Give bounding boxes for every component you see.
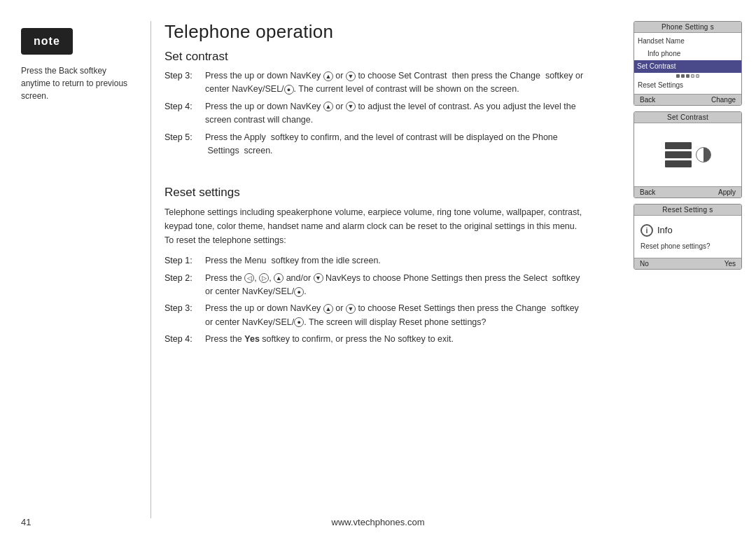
- step-4-content: Press the up or down NavKey ▲ or ▼ to ad…: [205, 100, 588, 127]
- right-panel: Phone Setting s Handset Name Info phone …: [634, 21, 742, 270]
- contrast-bars: [665, 142, 692, 167]
- dot-3: [686, 74, 690, 78]
- contrast-visual: [665, 142, 711, 167]
- navkey-right: ▷: [259, 273, 269, 283]
- screen2-back-button[interactable]: Back: [640, 188, 655, 196]
- step-5-content: Press the Apply softkey to confirm, and …: [205, 131, 588, 158]
- screen3-body: i Info Reset phone settings?: [634, 216, 741, 258]
- step-3-contrast: Step 3: Press the up or down NavKey ▲ or…: [164, 69, 588, 97]
- screen2-header: Set Contrast: [634, 112, 741, 123]
- dot-4: [691, 74, 694, 78]
- screen1-change-button[interactable]: Change: [711, 96, 736, 104]
- screen1-header: Phone Setting s: [634, 22, 741, 33]
- navkey-up: ▲: [323, 71, 333, 81]
- navkey-up-2: ▲: [323, 102, 333, 111]
- reset-step-1-label: Step 1:: [164, 254, 205, 268]
- navkey-sel: ●: [284, 85, 294, 95]
- screen3-footer: No Yes: [634, 258, 741, 269]
- info-row: i Info: [638, 220, 738, 241]
- dot-1: [676, 74, 680, 78]
- reset-step-1: Step 1: Press the Menu softkey from the …: [164, 254, 588, 268]
- navkey-down-3: ▼: [314, 273, 323, 283]
- settings-item-reset: Reset Settings: [638, 79, 738, 92]
- reset-step-4: Step 4: Press the Yes softkey to confirm…: [164, 333, 588, 346]
- reset-step-4-label: Step 4:: [164, 333, 205, 346]
- note-badge: note: [21, 28, 73, 55]
- phone-screen-settings: Phone Setting s Handset Name Info phone …: [634, 21, 742, 106]
- navkey-down-2: ▼: [346, 102, 356, 111]
- info-icon: i: [640, 224, 653, 237]
- navkey-sel-2: ●: [294, 287, 304, 297]
- contrast-bar-1: [665, 142, 692, 149]
- screen1-footer: Back Change: [634, 94, 741, 105]
- page-title: Telephone operation: [164, 21, 588, 43]
- screen3-yes-button[interactable]: Yes: [724, 260, 736, 268]
- note-text: Press the Back softkey anytime to return…: [21, 64, 133, 102]
- reset-step-3-label: Step 3:: [164, 302, 205, 329]
- step-3-label: Step 3:: [164, 69, 205, 97]
- section-divider: [150, 21, 151, 518]
- screen2-footer: Back Apply: [634, 186, 741, 198]
- navkey-up-4: ▲: [323, 304, 333, 314]
- set-contrast-title: Set contrast: [164, 50, 588, 64]
- navkey-left: ◁: [244, 273, 254, 283]
- screen2-body: [634, 123, 741, 186]
- reset-step-4-content: Press the Yes softkey to confirm, or pre…: [205, 333, 588, 346]
- navkey-sel-3: ●: [294, 317, 304, 327]
- navkey-down: ▼: [346, 71, 356, 81]
- contrast-bar-3: [665, 160, 692, 167]
- step-4-label: Step 4:: [164, 100, 205, 127]
- screen1-back-button[interactable]: Back: [640, 96, 655, 104]
- main-content: Telephone operation Set contrast Step 3:…: [164, 21, 595, 361]
- reset-settings-section: Reset settings Telephone settings includ…: [164, 186, 588, 346]
- reset-step-1-content: Press the Menu softkey from the idle scr…: [205, 254, 588, 268]
- reset-intro: Telephone settings including speakerphon…: [164, 205, 588, 247]
- reset-step-2-content: Press the ◁, ▷, ▲ and/or ▼ NavKeys to ch…: [205, 272, 588, 299]
- step-3-content: Press the up or down NavKey ▲ or ▼ to ch…: [205, 69, 588, 97]
- screen3-header: Reset Setting s: [634, 205, 741, 216]
- page-number: 41: [21, 517, 31, 527]
- info-label: Info: [657, 225, 673, 235]
- navkey-up-3: ▲: [274, 273, 284, 283]
- reset-step-2-label: Step 2:: [164, 272, 205, 299]
- step-5-contrast: Step 5: Press the Apply softkey to confi…: [164, 131, 588, 158]
- screen2-apply-button[interactable]: Apply: [718, 188, 736, 196]
- contrast-bar-2: [665, 151, 692, 158]
- contrast-circle: [696, 147, 711, 162]
- reset-step-3: Step 3: Press the up or down NavKey ▲ or…: [164, 302, 588, 329]
- step-4-contrast: Step 4: Press the up or down NavKey ▲ or…: [164, 100, 588, 127]
- contrast-dots: [638, 73, 738, 79]
- step-5-label: Step 5:: [164, 131, 205, 158]
- phone-screen-reset: Reset Setting s i Info Reset phone setti…: [634, 204, 742, 270]
- website-url: www.vtechphones.com: [332, 517, 425, 527]
- left-sidebar: note Press the Back softkey anytime to r…: [21, 28, 133, 102]
- settings-item-info: Info phone: [638, 48, 738, 60]
- reset-step-3-content: Press the up or down NavKey ▲ or ▼ to ch…: [205, 302, 588, 329]
- screen1-body: Handset Name Info phone Set Contrast Res…: [634, 33, 741, 94]
- reset-settings-title: Reset settings: [164, 186, 588, 200]
- reset-step-2: Step 2: Press the ◁, ▷, ▲ and/or ▼ NavKe…: [164, 272, 588, 299]
- dot-5: [696, 74, 699, 78]
- phone-screen-contrast: Set Contrast Back Apply: [634, 111, 742, 198]
- screen3-no-button[interactable]: No: [640, 260, 649, 268]
- reset-question: Reset phone settings?: [638, 241, 738, 254]
- set-contrast-section: Set contrast Step 3: Press the up or dow…: [164, 50, 588, 158]
- dot-2: [681, 74, 685, 78]
- settings-item-handset: Handset Name: [638, 35, 738, 48]
- settings-item-contrast: Set Contrast: [634, 60, 741, 73]
- navkey-down-4: ▼: [346, 304, 356, 314]
